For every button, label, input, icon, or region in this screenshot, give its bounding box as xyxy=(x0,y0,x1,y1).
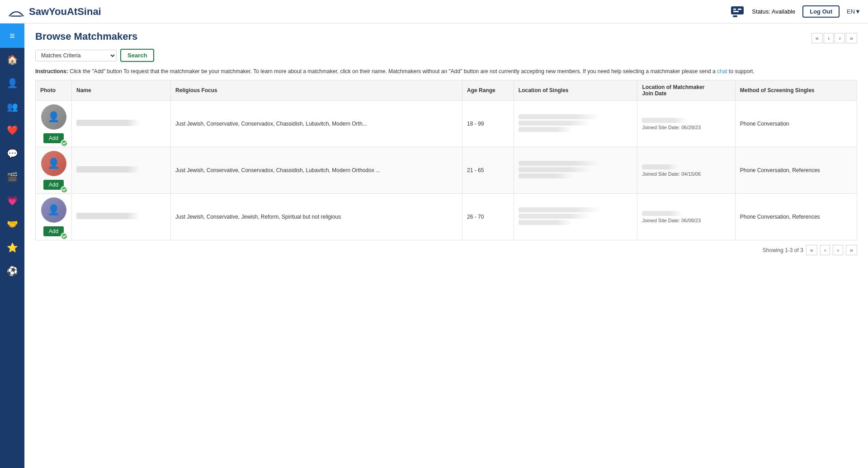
logo-icon xyxy=(7,5,25,19)
svg-rect-1 xyxy=(731,6,744,14)
online-badge-2 xyxy=(61,186,68,193)
avatar-2: 👤 xyxy=(41,151,66,176)
filter-select[interactable]: Which matchmakers Matches Criteria xyxy=(35,50,117,61)
search-button[interactable]: Search xyxy=(120,49,154,62)
blurred-loc-3c xyxy=(519,220,573,225)
screening-2: Phone Conversation, References xyxy=(735,147,857,194)
location-1 xyxy=(514,101,637,147)
logo-text: SawYouAtSinai xyxy=(29,6,101,18)
blurred-loc-2b xyxy=(519,167,591,172)
screening-1: Phone Conversation xyxy=(735,101,857,147)
blurred-loc-1a xyxy=(519,114,600,119)
chat-icon[interactable] xyxy=(730,5,745,18)
sidebar-item-video[interactable]: 🎬 xyxy=(0,165,24,189)
first-page-bottom[interactable]: « xyxy=(806,245,817,255)
religious-focus-2: Just Jewish, Conservative, Conservadox, … xyxy=(171,147,462,194)
content-area: Browse Matchmakers « ‹ › » Which matchma… xyxy=(24,23,868,468)
sidebar-item-handshake[interactable]: 🤝 xyxy=(0,212,24,236)
instructions-label: Instructions: xyxy=(35,68,68,75)
last-page-bottom[interactable]: » xyxy=(846,245,857,255)
col-religious: Religious Focus xyxy=(171,80,462,101)
blurred-name-2 xyxy=(76,166,140,173)
blurred-loc-1b xyxy=(519,121,591,126)
religious-focus-3: Just Jewish, Conservative, Jewish, Refor… xyxy=(171,194,462,240)
blurred-name-1 xyxy=(76,120,140,126)
col-age: Age Range xyxy=(462,80,514,101)
blurred-loc-3b xyxy=(519,214,591,219)
page-title: Browse Matchmakers xyxy=(35,31,137,42)
name-cell-2[interactable] xyxy=(72,147,171,194)
blurred-mloc-1 xyxy=(642,118,687,123)
sidebar-item-home[interactable]: 🏠 xyxy=(0,48,24,71)
svg-rect-3 xyxy=(733,9,736,10)
matchmaker-loc-1: Joined Site Date: 06/28/23 xyxy=(637,101,735,147)
status-area: Status: Available xyxy=(752,8,795,15)
sidebar-item-stars[interactable]: ⭐ xyxy=(0,236,24,259)
svg-rect-2 xyxy=(733,15,737,17)
avatar-3: 👤 xyxy=(41,197,66,223)
avatar-1: 👤 xyxy=(41,104,66,130)
religious-focus-1: Just Jewish, Conservative, Conservadox, … xyxy=(171,101,462,147)
blurred-mloc-2 xyxy=(642,164,678,169)
col-name: Name xyxy=(72,80,171,101)
sidebar: ≡ 🏠 👤 👥 ❤️ 💬 🎬 💗 🤝 ⭐ ⚽ xyxy=(0,23,24,468)
showing-text: Showing 1-3 of 3 xyxy=(763,247,803,253)
language-button[interactable]: EN▼ xyxy=(847,8,861,15)
col-screening: Method of Screening Singles xyxy=(735,80,857,101)
table-row: 👤 Add Just Jewish, Conservative, Conserv… xyxy=(36,101,857,147)
svg-rect-5 xyxy=(738,9,741,10)
age-range-3: 26 - 70 xyxy=(462,194,514,240)
svg-rect-0 xyxy=(11,15,22,16)
sidebar-item-extras[interactable]: ⚽ xyxy=(0,259,24,283)
header-right: Status: Available Log Out EN▼ xyxy=(730,5,861,18)
prev-page-button[interactable]: ‹ xyxy=(824,33,834,43)
blurred-loc-2c xyxy=(519,173,573,178)
menu-icon: ≡ xyxy=(9,31,15,41)
join-date-1: Joined Site Date: 06/28/23 xyxy=(642,125,730,130)
instructions: Instructions: Click the "Add" button To … xyxy=(35,67,857,75)
sidebar-menu-toggle[interactable]: ≡ xyxy=(0,23,24,48)
logo-area: SawYouAtSinai xyxy=(7,5,101,19)
sidebar-item-messages[interactable]: 💬 xyxy=(0,142,24,165)
name-cell-3[interactable] xyxy=(72,194,171,240)
sidebar-item-connections[interactable]: 💗 xyxy=(0,189,24,212)
last-page-button[interactable]: » xyxy=(846,33,857,43)
blurred-loc-1c xyxy=(519,127,573,132)
header: SawYouAtSinai Status: Available Log Out … xyxy=(0,0,868,23)
col-photo: Photo xyxy=(36,80,72,101)
photo-cell-2: 👤 Add xyxy=(36,147,72,194)
blurred-loc-3a xyxy=(519,207,600,212)
first-page-button[interactable]: « xyxy=(811,33,823,43)
next-page-bottom[interactable]: › xyxy=(833,245,843,255)
main-layout: ≡ 🏠 👤 👥 ❤️ 💬 🎬 💗 🤝 ⭐ ⚽ Browse Matchmaker… xyxy=(0,23,868,468)
age-range-2: 21 - 65 xyxy=(462,147,514,194)
photo-cell-1: 👤 Add xyxy=(36,101,72,147)
showing-row: Showing 1-3 of 3 « ‹ › » xyxy=(35,245,857,255)
age-range-1: 18 - 99 xyxy=(462,101,514,147)
online-badge-1 xyxy=(61,140,68,147)
blurred-mloc-3 xyxy=(642,211,683,216)
col-matchmaker-location: Location of MatchmakerJoin Date xyxy=(637,80,735,101)
blurred-name-3 xyxy=(76,213,140,219)
chat-link[interactable]: chat xyxy=(717,68,727,75)
sidebar-item-matches[interactable]: 👥 xyxy=(0,95,24,118)
status-label: Status: Available xyxy=(752,8,795,15)
matchmaker-loc-3: Joined Site Date: 06/08/23 xyxy=(637,194,735,240)
next-page-button[interactable]: › xyxy=(835,33,844,43)
prev-page-bottom[interactable]: ‹ xyxy=(820,245,830,255)
matchmaker-loc-2: Joined Site Date: 04/15/06 xyxy=(637,147,735,194)
col-location: Location of Singles xyxy=(514,80,637,101)
sidebar-item-profile[interactable]: 👤 xyxy=(0,71,24,95)
matchmaker-table: Photo Name Religious Focus Age Range Loc… xyxy=(35,80,857,240)
instructions-end: to support. xyxy=(729,68,755,75)
svg-rect-4 xyxy=(733,11,739,12)
search-bar: Which matchmakers Matches Criteria Searc… xyxy=(35,49,857,62)
join-date-3: Joined Site Date: 06/08/23 xyxy=(642,218,730,223)
table-row: 👤 Add Just Jewish, Conservative, Conserv… xyxy=(36,147,857,194)
join-date-2: Joined Site Date: 04/15/06 xyxy=(642,171,730,177)
logout-button[interactable]: Log Out xyxy=(802,5,840,18)
photo-cell-3: 👤 Add xyxy=(36,194,72,240)
screening-3: Phone Conversation, References xyxy=(735,194,857,240)
sidebar-item-favorites[interactable]: ❤️ xyxy=(0,118,24,142)
name-cell-1[interactable] xyxy=(72,101,171,147)
